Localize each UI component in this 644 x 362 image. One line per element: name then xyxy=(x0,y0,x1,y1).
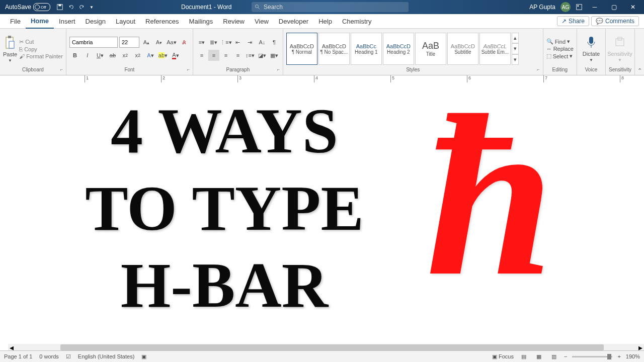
comments-button[interactable]: 💬 Comments xyxy=(591,16,639,26)
clipboard-launcher-icon[interactable]: ⌐ xyxy=(60,67,63,72)
web-layout-icon[interactable]: ▥ xyxy=(549,352,559,360)
styles-launcher-icon[interactable]: ⌐ xyxy=(537,67,539,72)
menu-design[interactable]: Design xyxy=(80,14,111,28)
qat-dropdown-icon[interactable]: ▼ xyxy=(90,5,94,10)
menu-insert[interactable]: Insert xyxy=(54,14,80,28)
save-icon[interactable] xyxy=(56,4,63,11)
read-mode-icon[interactable]: ▤ xyxy=(519,352,529,360)
autosave[interactable]: AutoSave Off xyxy=(5,3,50,11)
shrink-font-button[interactable]: A▾ xyxy=(153,37,165,48)
style-subtitle[interactable]: AaBbCcDSubtitle xyxy=(447,33,478,65)
redo-icon[interactable] xyxy=(78,4,86,11)
text-effects-button[interactable]: A▾ xyxy=(145,50,156,61)
menu-chemistry[interactable]: Chemistry xyxy=(337,14,377,28)
focus-mode-button[interactable]: ▣ Focus xyxy=(492,353,514,360)
dictate-button[interactable]: Dictate▼ xyxy=(580,36,602,62)
highlight-button[interactable]: ab▾ xyxy=(157,50,169,61)
document-heading[interactable]: 4 WAYS TO TYPE H-BAR xyxy=(43,93,406,324)
status-spellcheck-icon[interactable]: ☑ xyxy=(66,353,71,360)
superscript-button[interactable]: x2 xyxy=(132,50,143,61)
horizontal-scrollbar[interactable]: ◂ ▸ xyxy=(8,344,644,351)
style-nospacing[interactable]: AaBbCcD¶ No Spac... xyxy=(318,33,350,65)
print-layout-icon[interactable]: ▦ xyxy=(534,352,544,360)
status-page[interactable]: Page 1 of 1 xyxy=(4,353,32,359)
strike-button[interactable]: ab xyxy=(107,50,118,61)
style-subtle-em[interactable]: AaBbCcLSubtle Em... xyxy=(479,33,511,65)
menu-view[interactable]: View xyxy=(250,14,274,28)
sensitivity-button[interactable]: Sensitivity▼ xyxy=(609,36,631,62)
share-button[interactable]: ↗ Share xyxy=(557,16,589,26)
sort-button[interactable]: A↓ xyxy=(257,37,268,48)
borders-button[interactable]: ▦▾ xyxy=(269,50,280,61)
undo-icon[interactable] xyxy=(67,4,74,11)
multilevel-button[interactable]: ⋮≡▾ xyxy=(220,37,231,48)
zoom-slider[interactable] xyxy=(572,356,612,357)
change-case-button[interactable]: Aa▾ xyxy=(166,37,177,48)
group-paragraph: ≡▾ ≣▾ ⋮≡▾ ⇤ ⇥ A↓ ¶ ≡ ≡ ≡ ≡ ↕≡▾ ◪▾ ▦▾ xyxy=(193,29,283,75)
font-launcher-icon[interactable]: ⌐ xyxy=(187,67,190,72)
italic-button[interactable]: I xyxy=(82,50,93,61)
font-color-button[interactable]: A▾ xyxy=(170,50,181,61)
status-macro-icon[interactable]: ▣ xyxy=(141,353,146,360)
paragraph-launcher-icon[interactable]: ⌐ xyxy=(277,67,280,72)
app-icon[interactable] xyxy=(576,4,583,11)
line-spacing-button[interactable]: ↕≡▾ xyxy=(245,50,256,61)
menu-developer[interactable]: Developer xyxy=(274,14,313,28)
replace-button[interactable]: ↔ Replace xyxy=(546,46,574,52)
style-title[interactable]: AaBTitle xyxy=(415,33,446,65)
close-button[interactable]: ✕ xyxy=(626,0,640,14)
align-center-button[interactable]: ≡ xyxy=(208,50,219,61)
style-heading2[interactable]: AaBbCcDHeading 2 xyxy=(383,33,414,65)
styles-down-icon[interactable]: ▾ xyxy=(512,43,519,54)
zoom-level[interactable]: 190% xyxy=(626,353,640,359)
styles-more-icon[interactable]: ▾ xyxy=(512,54,519,65)
scroll-thumb[interactable] xyxy=(60,344,604,350)
copy-button[interactable]: ⎘ Copy xyxy=(19,46,63,52)
status-words[interactable]: 0 words xyxy=(39,353,59,359)
autosave-toggle[interactable]: Off xyxy=(33,3,50,11)
menu-layout[interactable]: Layout xyxy=(111,14,140,28)
bullets-button[interactable]: ≡▾ xyxy=(196,37,207,48)
increase-indent-button[interactable]: ⇥ xyxy=(245,37,256,48)
shading-button[interactable]: ◪▾ xyxy=(257,50,268,61)
align-left-button[interactable]: ≡ xyxy=(196,50,207,61)
collapse-ribbon-icon[interactable]: ⌃ xyxy=(637,67,642,74)
menu-home[interactable]: Home xyxy=(26,14,54,29)
status-language[interactable]: English (United States) xyxy=(78,353,135,359)
document-area[interactable]: 4 WAYS TO TYPE H-BAR ħ xyxy=(8,82,644,351)
cut-button[interactable]: ✂ Cut xyxy=(19,39,63,45)
hbar-symbol[interactable]: ħ xyxy=(426,98,554,294)
menu-review[interactable]: Review xyxy=(218,14,250,28)
underline-button[interactable]: U▾ xyxy=(95,50,106,61)
zoom-out-button[interactable]: − xyxy=(564,353,567,359)
paste-button[interactable]: Paste ▼ xyxy=(3,35,17,63)
show-marks-button[interactable]: ¶ xyxy=(269,37,280,48)
font-size-input[interactable] xyxy=(119,37,139,48)
grow-font-button[interactable]: A▴ xyxy=(141,37,152,48)
clear-format-button[interactable]: A̷ xyxy=(179,37,190,48)
vertical-ruler[interactable] xyxy=(0,82,9,351)
select-button[interactable]: ⬚ Select ▾ xyxy=(546,53,574,59)
styles-gallery[interactable]: AaBbCcD¶ Normal AaBbCcD¶ No Spac... AaBb… xyxy=(286,33,519,65)
zoom-in-button[interactable]: + xyxy=(617,353,620,359)
numbering-button[interactable]: ≣▾ xyxy=(208,37,219,48)
subscript-button[interactable]: x2 xyxy=(120,50,131,61)
menu-references[interactable]: References xyxy=(140,14,184,28)
bold-button[interactable]: B xyxy=(69,50,80,61)
menu-help[interactable]: Help xyxy=(313,14,337,28)
style-normal[interactable]: AaBbCcD¶ Normal xyxy=(286,33,317,65)
find-button[interactable]: 🔍 Find ▾ xyxy=(546,38,574,45)
maximize-button[interactable]: ▢ xyxy=(607,0,621,14)
decrease-indent-button[interactable]: ⇤ xyxy=(232,37,244,48)
menu-file[interactable]: File xyxy=(5,14,26,28)
align-right-button[interactable]: ≡ xyxy=(220,50,231,61)
format-painter-button[interactable]: 🖌 Format Painter xyxy=(19,53,63,59)
minimize-button[interactable]: ─ xyxy=(588,0,602,14)
user-avatar[interactable]: AG xyxy=(560,2,571,12)
justify-button[interactable]: ≡ xyxy=(232,50,244,61)
menu-mailings[interactable]: Mailings xyxy=(184,14,218,28)
search-box[interactable]: Search xyxy=(252,2,409,12)
styles-up-icon[interactable]: ▴ xyxy=(512,33,519,43)
style-heading1[interactable]: AaBbCcHeading 1 xyxy=(351,33,382,65)
font-name-input[interactable] xyxy=(69,37,118,48)
